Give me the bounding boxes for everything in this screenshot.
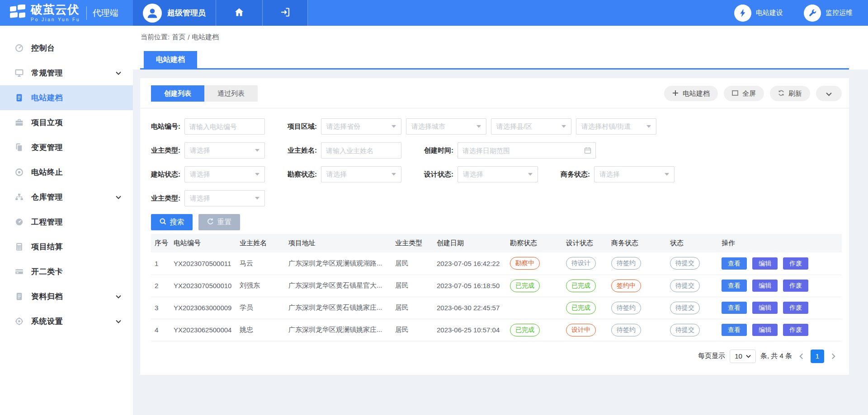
module-station-build[interactable]: 电站建设	[734, 5, 783, 22]
sidebar-item-project-initiation[interactable]: 项目立项	[0, 110, 133, 135]
village-select[interactable]: 请选择村镇/街道	[576, 118, 656, 135]
col-created: 创建日期	[433, 234, 506, 252]
cell-station-code: YX2023062500004	[170, 319, 236, 341]
refresh-button[interactable]: 刷新	[770, 86, 810, 101]
sidebar-item-station-archive[interactable]: 电站建档	[0, 85, 133, 110]
user-menu[interactable]: 超级管理员	[133, 0, 216, 26]
page-tab-station-archive[interactable]: 电站建档	[144, 51, 197, 68]
module-monitor-ops[interactable]: 监控运维	[804, 5, 853, 22]
view-button[interactable]: 查看	[722, 302, 747, 314]
survey-status-select[interactable]: 请选择	[321, 166, 401, 182]
sidebar-item-console[interactable]: 控制台	[0, 36, 133, 61]
calendar-icon	[584, 147, 591, 156]
home-button[interactable]	[216, 0, 263, 26]
chevron-down-icon	[116, 71, 121, 75]
view-button[interactable]: 查看	[722, 257, 747, 270]
sidebar-item-label: 开二类卡	[31, 266, 63, 277]
date-range-input[interactable]	[458, 142, 596, 159]
void-button[interactable]: 作废	[783, 302, 808, 314]
void-button[interactable]: 作废	[783, 257, 808, 270]
owner-type-select[interactable]: 请选择	[184, 142, 265, 159]
business-status-select[interactable]: 请选择	[594, 166, 675, 182]
reset-label: 重置	[217, 218, 232, 227]
pagination: 每页显示 10 条, 共 4 条 1	[140, 341, 849, 371]
survey-status-placeholder: 请选择	[326, 170, 347, 179]
chevron-down-icon	[746, 354, 751, 358]
collapse-toggle-button[interactable]	[816, 86, 842, 101]
build-status-select[interactable]: 请选择	[184, 166, 265, 182]
dropdown-arrow-icon	[646, 125, 651, 128]
region-label: 项目区域:	[288, 122, 317, 131]
sidebar-item-change-mgmt[interactable]: 变更管理	[0, 135, 133, 160]
prev-page-button[interactable]	[797, 353, 806, 359]
status-badge: 已完成	[510, 280, 540, 292]
view-button[interactable]: 查看	[722, 324, 747, 336]
sidebar-item-project-settlement[interactable]: 项目结算	[0, 234, 133, 259]
edit-button[interactable]: 编辑	[752, 324, 778, 336]
sidebar: 控制台 常规管理 电站建档	[0, 26, 133, 415]
logout-button[interactable]	[263, 0, 308, 26]
wrench-icon	[804, 5, 821, 22]
void-button[interactable]: 作废	[783, 324, 808, 336]
sidebar-item-label: 仓库管理	[31, 192, 63, 202]
edit-button[interactable]: 编辑	[752, 302, 778, 314]
sidebar-item-warehouse-mgmt[interactable]: 仓库管理	[0, 185, 133, 210]
status-badge: 待签约	[611, 302, 641, 314]
sidebar-item-general-mgmt[interactable]: 常规管理	[0, 61, 133, 85]
logout-icon	[280, 7, 291, 19]
county-select[interactable]: 请选择县/区	[491, 118, 571, 135]
status-badge: 已完成	[510, 324, 540, 336]
sidebar-item-type2-card[interactable]: 开二类卡	[0, 259, 133, 284]
fullscreen-button[interactable]: 全屏	[724, 86, 764, 101]
view-button[interactable]: 查看	[722, 280, 747, 292]
cell-address: 广东深圳龙华区黄石镇姚家庄...	[285, 297, 392, 319]
card-icon	[14, 267, 24, 276]
sidebar-item-engineering-mgmt[interactable]: 工程管理	[0, 210, 133, 234]
edit-button[interactable]: 编辑	[752, 280, 778, 292]
tab-create-list[interactable]: 创建列表	[151, 85, 204, 102]
cell-station-code: YX2023070500011	[170, 252, 236, 275]
owner-name-input[interactable]	[321, 142, 401, 159]
cell-index: 1	[151, 252, 170, 275]
cell-created: 2023-07-05 16:42:22	[433, 252, 506, 275]
next-page-button[interactable]	[829, 353, 838, 359]
sidebar-item-data-archive[interactable]: 资料归档	[0, 284, 133, 309]
province-select[interactable]: 请选择省份	[321, 118, 401, 135]
void-button[interactable]: 作废	[783, 280, 808, 292]
breadcrumb-prefix: 当前位置:	[141, 33, 170, 42]
breadcrumb-home[interactable]: 首页	[172, 33, 185, 42]
search-button[interactable]: 搜索	[151, 214, 193, 230]
edit-button[interactable]: 编辑	[752, 257, 778, 270]
col-station-code: 电站编号	[170, 234, 236, 252]
city-select[interactable]: 请选择城市	[406, 118, 486, 135]
cell-address: 广东深圳龙华区黄石镇星官大...	[285, 275, 392, 297]
sidebar-item-system-settings[interactable]: 系统设置	[0, 309, 133, 334]
cell-created: 2023-06-25 10:57:04	[433, 319, 506, 341]
table-row: 4 YX2023062500004 姚忠 广东深圳龙华区观澜镇姚家庄... 居民…	[151, 319, 842, 341]
plus-icon	[672, 90, 679, 98]
cell-index: 4	[151, 319, 170, 341]
reset-icon	[207, 218, 214, 227]
breadcrumb-current: 电站建档	[192, 33, 219, 42]
owner-type2-select[interactable]: 请选择	[184, 190, 265, 206]
col-owner-name: 业主姓名	[236, 234, 285, 252]
col-address: 项目地址	[285, 234, 392, 252]
fullscreen-icon	[732, 90, 738, 98]
owner-type2-placeholder: 请选择	[190, 194, 210, 203]
village-placeholder: 请选择村镇/街道	[581, 122, 631, 131]
owner-name-label: 业主姓名:	[288, 146, 317, 155]
create-station-button[interactable]: 电站建档	[664, 86, 718, 101]
cell-owner-type: 居民	[392, 252, 433, 275]
header-modules: 电站建设 监控运维	[734, 0, 868, 26]
cell-owner-type: 居民	[392, 319, 433, 341]
tab-passed-list[interactable]: 通过列表	[204, 85, 258, 102]
brand-subtitle: Po Jian Yun Fu	[31, 17, 80, 22]
per-page-select[interactable]: 10	[730, 350, 756, 363]
station-code-input[interactable]	[184, 118, 265, 135]
design-status-select[interactable]: 请选择	[458, 166, 538, 182]
cell-owner-name: 刘强东	[236, 275, 285, 297]
page-number-button[interactable]: 1	[811, 350, 824, 363]
reset-button[interactable]: 重置	[198, 214, 240, 230]
settings-icon	[14, 317, 24, 326]
sidebar-item-station-terminate[interactable]: 电站终止	[0, 160, 133, 185]
